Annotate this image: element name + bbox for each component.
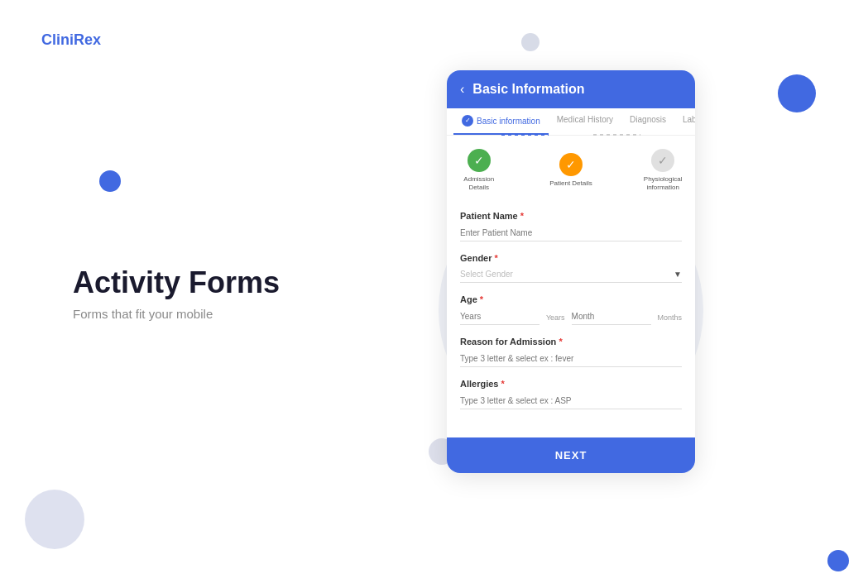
allergies-label: Allergies * (460, 379, 682, 389)
age-label: Age * (460, 294, 682, 304)
form-area: Patient Name * Gender * Select Gender ▼ (447, 201, 695, 431)
reason-required: * (559, 337, 562, 347)
tab-bar: ✓ Basic information Medical History Diag… (447, 108, 695, 136)
patient-name-group: Patient Name * (460, 211, 682, 241)
step-3-circle: ✓ (651, 149, 674, 172)
logo-prefix: Clini (41, 31, 74, 48)
step-2-label: Patient Details (549, 179, 592, 188)
next-button[interactable]: NEXT (447, 437, 695, 473)
page-title: Activity Forms (73, 265, 280, 300)
phone-header: ‹ Basic Information (447, 70, 695, 108)
phone-card: ‹ Basic Information ✓ Basic information … (447, 70, 695, 473)
gender-select-wrapper[interactable]: Select Gender ▼ (460, 266, 682, 283)
step-2-circle: ✓ (559, 153, 583, 176)
gender-required: * (495, 253, 498, 263)
header-title: Basic Information (472, 82, 584, 97)
page-subtitle: Forms that fit your mobile (73, 307, 280, 321)
age-group: Age * Years Months (460, 294, 682, 325)
allergies-group: Allergies * (460, 379, 682, 409)
gender-label: Gender * (460, 253, 682, 263)
deco-circle-bottom-right (827, 550, 849, 571)
step-patient: ✓ Patient Details (547, 153, 595, 188)
tab-diagnosis[interactable]: Diagnosis (621, 108, 674, 135)
gender-placeholder: Select Gender (460, 270, 674, 279)
step-admission: ✓ AdmissionDetails (455, 149, 503, 193)
tab-basic-information[interactable]: ✓ Basic information (453, 108, 549, 135)
reason-group: Reason for Admission * (460, 337, 682, 367)
reason-label: Reason for Admission * (460, 337, 682, 347)
dropdown-arrow-icon: ▼ (674, 270, 682, 279)
tab-medical-history[interactable]: Medical History (549, 108, 621, 135)
patient-name-label: Patient Name * (460, 211, 682, 221)
tab-label-medical: Medical History (557, 115, 613, 124)
mockup-container: ‹ Basic Information ✓ Basic information … (447, 70, 703, 473)
age-required: * (480, 294, 483, 304)
months-input[interactable] (572, 308, 651, 325)
years-input[interactable] (460, 308, 540, 325)
years-unit-label: Years (546, 313, 565, 322)
step-line-1 (501, 134, 549, 136)
deco-circle-bottom-left (25, 490, 84, 549)
tab-check-icon: ✓ (462, 115, 473, 127)
tab-label-lab: Lab (683, 115, 695, 124)
deco-circle-top-mid (521, 33, 540, 51)
step-1-circle: ✓ (468, 149, 491, 172)
tab-label-basic: Basic information (477, 117, 540, 126)
step-line-2 (593, 134, 641, 136)
logo-suffix: Rex (74, 31, 101, 48)
step-3-label: Physiologicalinformation (644, 175, 683, 193)
gender-group: Gender * Select Gender ▼ (460, 253, 682, 283)
deco-circle-mid-left (99, 170, 121, 192)
tab-label-diagnosis: Diagnosis (630, 115, 666, 124)
years-field (460, 308, 540, 325)
reason-input[interactable] (460, 351, 682, 367)
allergies-input[interactable] (460, 393, 682, 409)
tab-lab[interactable]: Lab (674, 108, 695, 135)
months-field (572, 308, 651, 325)
allergies-required: * (501, 379, 505, 389)
deco-circle-top-right (778, 74, 816, 112)
patient-name-input[interactable] (460, 225, 682, 241)
patient-name-required: * (520, 211, 524, 221)
steps-row: ✓ AdmissionDetails ✓ Patient Details ✓ P… (447, 136, 695, 201)
left-content: Activity Forms Forms that fit your mobil… (73, 265, 280, 321)
step-1-label: AdmissionDetails (463, 175, 494, 193)
logo: CliniRex (41, 31, 101, 49)
step-physiological: ✓ Physiologicalinformation (639, 149, 687, 193)
back-button[interactable]: ‹ (460, 82, 464, 97)
months-unit-label: Months (658, 313, 683, 322)
age-row: Years Months (460, 308, 682, 325)
